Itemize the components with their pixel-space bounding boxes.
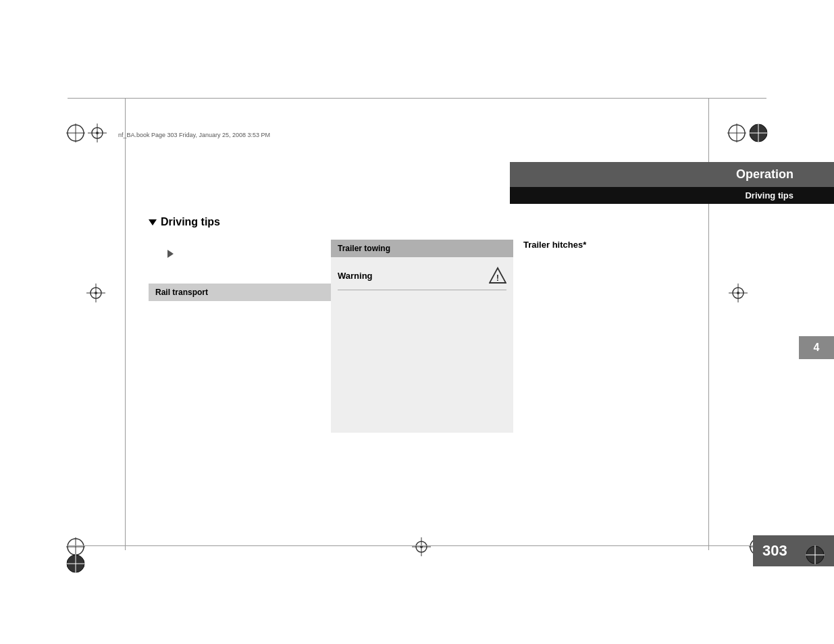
svg-text:!: ! bbox=[496, 273, 499, 283]
file-info: nf_BA.book Page 303 Friday, January 25, … bbox=[118, 132, 270, 138]
header-band: Operation Driving tips bbox=[510, 162, 834, 204]
reg-mark-bottom-left-outer bbox=[66, 537, 85, 556]
top-guide-line bbox=[68, 98, 766, 99]
section-title: Driving tips bbox=[149, 216, 220, 228]
reg-mark-center-bottom bbox=[412, 537, 431, 556]
chapter-tab: 4 bbox=[799, 336, 834, 359]
reg-mark-top-left-outer bbox=[66, 124, 85, 142]
rail-transport-bar: Rail transport bbox=[149, 284, 331, 301]
section-title-text: Driving tips bbox=[161, 216, 220, 228]
reg-mark-right-mid bbox=[729, 284, 748, 302]
play-arrow-icon bbox=[167, 250, 174, 258]
warning-triangle-icon: ! bbox=[489, 267, 506, 284]
reg-mark-top-right-outer bbox=[727, 124, 746, 142]
reg-mark-bottom-left-inner bbox=[66, 554, 85, 573]
warning-row: Warning ! bbox=[338, 264, 506, 290]
trailer-towing-content: Warning ! bbox=[331, 257, 513, 433]
warning-text: Warning bbox=[338, 271, 373, 281]
driving-tips-header: Driving tips bbox=[510, 187, 834, 204]
trailer-towing-bar: Trailer towing bbox=[331, 240, 513, 257]
triangle-down-icon bbox=[149, 219, 157, 225]
reg-mark-left-mid bbox=[86, 284, 105, 302]
reg-mark-top-right-inner bbox=[749, 124, 768, 142]
left-guide-line bbox=[125, 98, 126, 550]
trailer-towing-section: Trailer towing Warning ! bbox=[331, 240, 513, 433]
bottom-guide-line bbox=[68, 545, 766, 546]
reg-mark-page-number bbox=[806, 545, 825, 564]
operation-header: Operation bbox=[510, 162, 834, 187]
trailer-hitches-label: Trailer hitches* bbox=[523, 240, 586, 250]
reg-mark-top-left-inner bbox=[88, 124, 107, 142]
